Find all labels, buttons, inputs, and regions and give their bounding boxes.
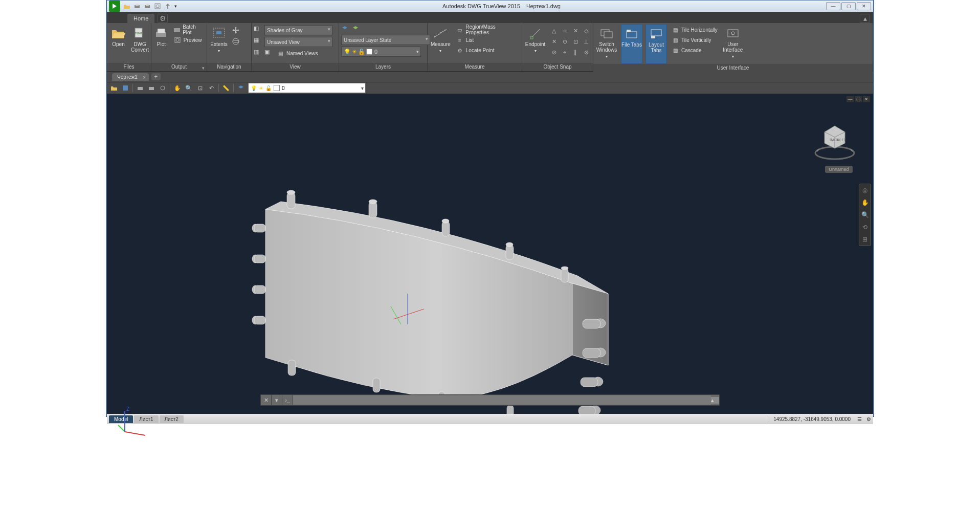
tile-horizontal-button[interactable]: ▤Tile Horizontally [670, 25, 719, 34]
tb-measure-icon[interactable]: 📏 [222, 84, 230, 92]
vp-minimize-icon[interactable]: — [847, 96, 854, 102]
svg-point-31 [161, 86, 165, 90]
tb-zoom-prev-icon[interactable]: ↶ [207, 84, 215, 92]
osnap-insertion-icon[interactable]: ⊡ [571, 37, 580, 46]
tb-open-icon[interactable] [110, 84, 118, 92]
plot-button[interactable]: Plot [153, 24, 169, 63]
osnap-quadrant-icon[interactable]: ◇ [582, 26, 591, 35]
layout-tab-2[interactable]: Лист2 [160, 415, 184, 423]
orbit-icon[interactable] [232, 37, 241, 47]
file-tabs-button[interactable]: File Tabs [621, 24, 642, 64]
nav-zoom-icon[interactable]: 🔍 [861, 211, 869, 219]
print-icon-2[interactable] [144, 3, 151, 10]
tb-save-icon[interactable] [121, 84, 129, 92]
layer-state-combo[interactable]: Unsaved Layer State [341, 35, 430, 45]
switch-windows-button[interactable]: Switch Windows▾ [595, 24, 618, 63]
layer-combo[interactable]: 💡☀🔓 0 ▾ [341, 47, 421, 57]
nav-rewind-icon[interactable]: ⊞ [861, 235, 869, 244]
cmd-customize-icon[interactable]: ▾ [272, 395, 282, 405]
saved-view-combo[interactable]: Unsaved View [264, 37, 332, 47]
tb-layer-props-icon[interactable] [237, 84, 245, 92]
drawing-viewport[interactable]: — ▢ ✕ BACK LEFT Unnamed ◎ ✋ 🔍 ⟲ [107, 94, 873, 414]
osnap-node-icon[interactable]: ✕ [571, 26, 580, 35]
osnap-center-icon[interactable]: ○ [560, 26, 569, 35]
print-icon[interactable] [133, 3, 141, 10]
join-viewport-icon[interactable]: ▣ [264, 49, 274, 58]
vp-maximize-icon[interactable]: ▢ [855, 96, 862, 102]
tb-layer-combo[interactable]: 💡☀🔓 0 [248, 83, 366, 93]
osnap-intersection-icon[interactable]: ✕ [549, 37, 559, 46]
layer-filter-icon[interactable] [352, 25, 361, 33]
panel-label-files: Files [107, 63, 151, 71]
cascade-button[interactable]: ▧Cascade [670, 46, 719, 55]
layer-states-icon[interactable] [341, 25, 350, 33]
osnap-midpoint-icon[interactable]: △ [549, 26, 559, 35]
cmd-close-icon[interactable]: ✕ [261, 395, 272, 405]
osnap-parallel-icon[interactable]: ∥ [571, 48, 580, 57]
maximize-button[interactable]: ▢ [841, 2, 856, 10]
close-tab-icon[interactable]: × [143, 75, 146, 80]
cmd-history-icon[interactable]: ▴ [711, 397, 719, 404]
tile-vertical-button[interactable]: ▥Tile Vertically [670, 35, 719, 45]
list-button[interactable]: ≡List [455, 35, 520, 45]
nav-orbit-icon[interactable]: ⟲ [861, 223, 869, 231]
panel-navigation: Extents▾ Navigation [207, 23, 252, 71]
document-tab-1[interactable]: Чертеж1× [112, 73, 149, 81]
batch-plot-button[interactable]: Batch Plot [172, 25, 205, 34]
command-input[interactable] [293, 395, 711, 405]
svg-rect-49 [254, 316, 265, 324]
osnap-tangent-icon[interactable]: ⊘ [549, 48, 559, 57]
osnap-perpendicular-icon[interactable]: ⊥ [582, 37, 591, 46]
pan-icon[interactable] [232, 26, 241, 35]
dwg-convert-button[interactable]: DWG DWG Convert [131, 24, 149, 63]
layout-tabs-button[interactable]: Layout Tabs [645, 24, 667, 64]
tb-print2-icon[interactable] [147, 84, 155, 92]
region-button[interactable]: ▭Region/Mass Properties [455, 25, 520, 34]
view-icon[interactable]: ▦ [254, 37, 263, 47]
visual-style-combo[interactable]: Shades of Gray [264, 25, 332, 35]
osnap-none-icon[interactable]: ⊗ [582, 48, 591, 57]
nav-pan-icon[interactable]: ✋ [861, 198, 869, 207]
minimize-button[interactable]: — [826, 2, 840, 10]
tb-zoom-icon[interactable]: 🔍 [185, 84, 193, 92]
nav-wheel-icon[interactable]: ◎ [861, 186, 869, 194]
extents-button[interactable]: Extents▾ [209, 24, 229, 63]
new-tab-button[interactable]: + [151, 73, 161, 80]
print-preview-icon[interactable] [154, 3, 161, 10]
tb-pan-icon[interactable]: ✋ [173, 84, 182, 92]
status-annotation-icon[interactable]: ⚙ [864, 415, 873, 423]
tb-preview-icon[interactable] [159, 84, 167, 92]
open-folder-icon[interactable] [123, 3, 130, 10]
visual-style-icon[interactable]: ◧ [254, 25, 263, 35]
viewcube-label[interactable]: Unnamed [825, 166, 853, 173]
svg-rect-23 [627, 30, 631, 32]
osnap-nearest-icon[interactable]: ⌖ [560, 48, 569, 57]
osnap-extension-icon[interactable]: ⊙ [560, 37, 569, 46]
panel-label-measure: Measure [428, 63, 522, 71]
app-menu-button[interactable] [111, 13, 126, 23]
endpoint-button[interactable]: Endpoint▾ [524, 24, 546, 63]
open-button[interactable]: Open [109, 24, 128, 63]
status-customize-icon[interactable]: ☰ [855, 415, 864, 423]
tb-print-icon[interactable] [136, 84, 144, 92]
vp-close-icon[interactable]: ✕ [863, 96, 870, 102]
publish-icon[interactable] [164, 3, 171, 10]
viewport-config-icon[interactable]: ▥ [254, 49, 263, 58]
plugins-tab-icon[interactable]: ⚙ [158, 14, 168, 23]
user-interface-button[interactable]: User Interface▾ [722, 24, 744, 63]
app-logo[interactable] [109, 1, 120, 12]
measure-button[interactable]: Measure▾ [430, 24, 452, 63]
tab-home[interactable]: Home [127, 14, 154, 23]
tb-zoom-window-icon[interactable]: ⊡ [196, 84, 204, 92]
ribbon-minimize-icon[interactable]: ▴ [860, 14, 870, 23]
locate-point-button[interactable]: ⊙Locate Point [455, 46, 520, 55]
named-views-button[interactable]: ▤Named Views [275, 49, 319, 58]
viewport-window-controls: — ▢ ✕ [847, 96, 870, 102]
document-tabs: Чертеж1× + [107, 72, 873, 82]
view-cube[interactable]: BACK LEFT [812, 115, 858, 161]
preview-button[interactable]: Preview [172, 35, 205, 45]
panel-label-view: View [252, 63, 339, 71]
window-title: Autodesk DWG TrueView 2015Чертеж1.dwg [177, 3, 826, 9]
svg-rect-55 [581, 378, 598, 387]
close-button[interactable]: ✕ [857, 2, 871, 10]
